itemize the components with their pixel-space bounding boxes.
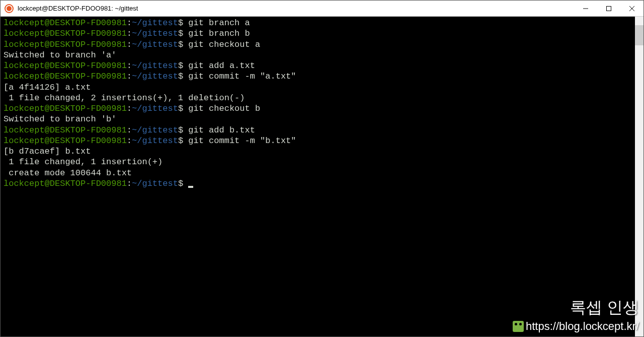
prompt-symbol: $ xyxy=(178,179,188,188)
prompt-path: ~/gittest xyxy=(132,40,178,49)
terminal-line: lockcept@DESKTOP-FD00981:~/gittest$ git … xyxy=(4,60,632,71)
prompt-symbol: $ xyxy=(178,136,188,146)
prompt-path: ~/gittest xyxy=(132,72,178,81)
terminal-area: lockcept@DESKTOP-FD00981:~/gittest$ git … xyxy=(1,17,643,336)
output-text: 1 file changed, 2 insertions(+), 1 delet… xyxy=(4,93,245,103)
output-text: Switched to branch 'b' xyxy=(4,114,116,124)
prompt-user: lockcept@DESKTOP-FD00981 xyxy=(4,61,127,71)
prompt-separator: : xyxy=(127,72,132,81)
prompt-symbol: $ xyxy=(178,72,188,81)
terminal-line: Switched to branch 'b' xyxy=(4,114,632,124)
output-text: [b d7acaef] b.txt xyxy=(4,147,91,156)
output-text: create mode 100644 b.txt xyxy=(4,168,132,178)
prompt-symbol: $ xyxy=(178,18,188,28)
prompt-separator: : xyxy=(127,179,132,188)
prompt-separator: : xyxy=(127,125,132,135)
prompt-separator: : xyxy=(127,61,132,71)
terminal-line: create mode 100644 b.txt xyxy=(4,168,632,178)
prompt-separator: : xyxy=(127,40,132,49)
output-text: Switched to branch 'a' xyxy=(4,50,116,60)
terminal-line: [a 4f14126] a.txt xyxy=(4,82,632,93)
ubuntu-icon xyxy=(5,4,14,13)
terminal-line: lockcept@DESKTOP-FD00981:~/gittest$ git … xyxy=(4,103,632,114)
terminal-line: lockcept@DESKTOP-FD00981:~/gittest$ git … xyxy=(4,18,632,28)
terminal-line: lockcept@DESKTOP-FD00981:~/gittest$ git … xyxy=(4,39,632,50)
prompt-user: lockcept@DESKTOP-FD00981 xyxy=(4,136,127,146)
terminal-content[interactable]: lockcept@DESKTOP-FD00981:~/gittest$ git … xyxy=(1,17,635,336)
prompt-path: ~/gittest xyxy=(132,179,178,188)
command-text: git commit -m "a.txt" xyxy=(188,72,296,81)
prompt-symbol: $ xyxy=(178,29,188,38)
terminal-line: lockcept@DESKTOP-FD00981:~/gittest$ git … xyxy=(4,136,632,146)
terminal-window: lockcept@DESKTOP-FDOO981: ~/gittest lock… xyxy=(0,0,644,337)
prompt-separator: : xyxy=(127,29,132,38)
prompt-symbol: $ xyxy=(178,61,188,71)
terminal-line: [b d7acaef] b.txt xyxy=(4,146,632,157)
prompt-path: ~/gittest xyxy=(132,136,178,146)
prompt-user: lockcept@DESKTOP-FD00981 xyxy=(4,179,127,188)
prompt-path: ~/gittest xyxy=(132,18,178,28)
prompt-user: lockcept@DESKTOP-FD00981 xyxy=(4,40,127,49)
window-controls xyxy=(574,1,643,16)
cursor xyxy=(188,186,193,188)
close-button[interactable] xyxy=(620,1,643,16)
scrollbar-thumb[interactable] xyxy=(635,25,643,45)
prompt-user: lockcept@DESKTOP-FD00981 xyxy=(4,125,127,135)
prompt-user: lockcept@DESKTOP-FD00981 xyxy=(4,104,127,113)
window-title: lockcept@DESKTOP-FDOO981: ~/gittest xyxy=(18,5,574,12)
prompt-path: ~/gittest xyxy=(132,29,178,38)
terminal-line: lockcept@DESKTOP-FD00981:~/gittest$ git … xyxy=(4,28,632,39)
output-text: [a 4f14126] a.txt xyxy=(4,83,91,92)
prompt-symbol: $ xyxy=(178,125,188,135)
command-text: git checkout b xyxy=(188,104,260,113)
terminal-line: lockcept@DESKTOP-FD00981:~/gittest$ git … xyxy=(4,71,632,82)
svg-rect-1 xyxy=(607,6,611,11)
terminal-line: 1 file changed, 2 insertions(+), 1 delet… xyxy=(4,93,632,103)
terminal-line: 1 file changed, 1 insertion(+) xyxy=(4,157,632,167)
prompt-separator: : xyxy=(127,18,132,28)
command-text: git checkout a xyxy=(188,40,260,49)
maximize-button[interactable] xyxy=(597,1,620,16)
title-bar: lockcept@DESKTOP-FDOO981: ~/gittest xyxy=(1,1,643,17)
prompt-separator: : xyxy=(127,136,132,146)
command-text: git branch a xyxy=(188,18,250,28)
prompt-user: lockcept@DESKTOP-FD00981 xyxy=(4,72,127,81)
prompt-user: lockcept@DESKTOP-FD00981 xyxy=(4,29,127,38)
minimize-button[interactable] xyxy=(574,1,597,16)
terminal-line: lockcept@DESKTOP-FD00981:~/gittest$ xyxy=(4,178,632,189)
terminal-line: Switched to branch 'a' xyxy=(4,50,632,60)
prompt-symbol: $ xyxy=(178,40,188,49)
prompt-path: ~/gittest xyxy=(132,104,178,113)
command-text: git add b.txt xyxy=(188,125,255,135)
prompt-path: ~/gittest xyxy=(132,125,178,135)
prompt-separator: : xyxy=(127,104,132,113)
terminal-line: lockcept@DESKTOP-FD00981:~/gittest$ git … xyxy=(4,125,632,136)
command-text: git add a.txt xyxy=(188,61,255,71)
output-text: 1 file changed, 1 insertion(+) xyxy=(4,157,163,167)
command-text: git branch b xyxy=(188,29,250,38)
scrollbar[interactable] xyxy=(635,17,643,336)
prompt-user: lockcept@DESKTOP-FD00981 xyxy=(4,18,127,28)
command-text: git commit -m "b.txt" xyxy=(188,136,296,146)
prompt-symbol: $ xyxy=(178,104,188,113)
prompt-path: ~/gittest xyxy=(132,61,178,71)
